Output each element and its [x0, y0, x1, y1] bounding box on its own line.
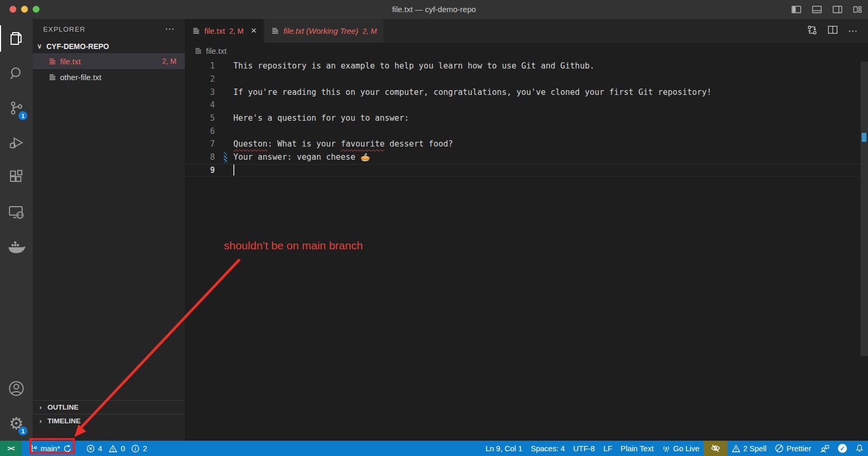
accounts-icon[interactable] [0, 371, 33, 406]
source-control-badge: 1 [18, 111, 27, 120]
extension-status-item[interactable]: ✓ [834, 441, 851, 456]
feedback-item[interactable] [815, 441, 834, 456]
code-line-2[interactable]: 2 [185, 73, 861, 86]
feedback-smiley-icon [820, 444, 830, 453]
code-line-8[interactable]: 8Your answer: vegan cheese 🥧 [185, 151, 861, 164]
scrollbar-thumb[interactable] [861, 62, 868, 356]
file-name: other-file.txt [60, 73, 101, 82]
close-tab-icon[interactable]: × [251, 25, 257, 36]
broadcast-icon [662, 444, 670, 453]
line-text: This repository is an example to help yo… [215, 61, 595, 71]
editor-scrollbar[interactable] [861, 59, 868, 441]
line-text: Queston: What is your favourite dessert … [215, 139, 453, 149]
explorer-sidebar: EXPLORER ⋯ ∨ CYF-DEMO-REPO file.txt 2, M… [33, 19, 185, 441]
sidebar-title: EXPLORER [43, 25, 85, 33]
code-line-9[interactable]: 9 [185, 164, 861, 177]
errors-icon [86, 444, 95, 453]
source-control-icon[interactable]: 1 [0, 91, 33, 125]
line-number[interactable]: 9 [185, 166, 215, 175]
spell-checker-item[interactable]: 2 Spell [727, 441, 771, 456]
search-icon[interactable] [0, 56, 33, 91]
language-mode-item[interactable]: Plain Text [616, 441, 658, 456]
notifications-item[interactable] [851, 441, 868, 456]
explorer-icon[interactable] [0, 21, 33, 56]
line-number[interactable]: 2 [185, 74, 215, 84]
info-count: 2 [143, 444, 147, 453]
file-row-file-txt[interactable]: file.txt 2, M [33, 53, 185, 69]
error-count: 4 [98, 444, 102, 453]
check-circle-icon: ✓ [838, 444, 847, 453]
line-number[interactable]: 5 [185, 113, 215, 123]
warnings-icon [108, 444, 117, 453]
title-bar: file.txt — cyf-demo-repo [0, 0, 868, 19]
remote-indicator[interactable]: >< [0, 441, 22, 456]
code-line-3[interactable]: 3If you're reading this on your computer… [185, 85, 861, 99]
line-number[interactable]: 1 [185, 61, 215, 71]
chevron-down-icon: ∨ [36, 42, 43, 50]
outline-section-header[interactable]: › OUTLINE [33, 400, 185, 414]
line-number[interactable]: 4 [185, 100, 215, 110]
text-file-icon [192, 27, 200, 35]
code-line-1[interactable]: 1This repository is an example to help y… [185, 60, 861, 73]
editor-group: file.txt 2, M × file.txt (Working Tree) … [185, 19, 868, 441]
timeline-section-header[interactable]: › TIMELINE [33, 414, 185, 428]
remote-explorer-icon[interactable] [0, 195, 33, 230]
docker-icon[interactable] [0, 230, 33, 265]
toggle-panel-icon[interactable] [812, 6, 822, 13]
run-debug-icon[interactable] [0, 125, 33, 160]
line-text: Your answer: vegan cheese 🥧 [215, 152, 370, 162]
text-file-icon [48, 57, 56, 65]
tab-label: file.txt (Working Tree) [283, 26, 358, 35]
tab-file-txt-working-tree[interactable]: file.txt (Working Tree) 2, M [264, 19, 383, 43]
code-line-7[interactable]: 7Queston: What is your favourite dessert… [185, 138, 861, 151]
open-changes-icon[interactable] [807, 25, 817, 37]
tab-file-txt[interactable]: file.txt 2, M × [185, 19, 263, 43]
text-file-icon [48, 73, 56, 81]
line-number[interactable]: 6 [185, 127, 215, 136]
annotation-rectangle [29, 438, 75, 454]
settings-gear-icon[interactable]: ⚙ 1 [0, 406, 33, 441]
chevron-right-icon: › [37, 403, 44, 411]
indentation-item[interactable]: Spaces: 4 [527, 441, 569, 456]
text-file-icon [194, 47, 202, 55]
workspace-name: CYF-DEMO-REPO [46, 42, 109, 51]
code-line-5[interactable]: 5Here's a question for you to answer: [185, 112, 861, 125]
line-number[interactable]: 8 [185, 152, 215, 162]
warning-count: 0 [121, 444, 125, 453]
line-text: If you're reading this on your computer,… [215, 88, 712, 97]
activity-bar: 1 ⚙ 1 [0, 19, 33, 441]
toggle-primary-sidebar-icon[interactable] [792, 6, 801, 13]
cursor-position-item[interactable]: Ln 9, Col 1 [481, 441, 527, 456]
file-problems-badge: 2, M [162, 57, 176, 65]
workspace-section-header[interactable]: ∨ CYF-DEMO-REPO [33, 39, 185, 53]
bell-icon [855, 444, 864, 453]
watcher-disabled-item[interactable] [704, 441, 727, 456]
text-cursor [233, 164, 234, 176]
breadcrumb-file[interactable]: file.txt [206, 46, 226, 55]
prettier-disabled-icon [775, 444, 784, 453]
eol-item[interactable]: LF [599, 441, 616, 456]
chevron-right-icon: › [37, 417, 44, 425]
code-line-4[interactable]: 4 [185, 99, 861, 112]
encoding-item[interactable]: UTF-8 [569, 441, 599, 456]
tab-bar: file.txt 2, M × file.txt (Working Tree) … [185, 19, 868, 43]
settings-badge: 1 [18, 426, 27, 435]
vscode-window: file.txt — cyf-demo-repo [0, 0, 868, 456]
overview-ruler-modified-mark [862, 133, 866, 142]
file-row-other-file-txt[interactable]: other-file.txt [33, 69, 185, 85]
prettier-item[interactable]: Prettier [771, 441, 815, 456]
line-number[interactable]: 3 [185, 88, 215, 97]
info-icon [131, 444, 140, 453]
customize-layout-icon[interactable] [853, 6, 862, 13]
extensions-icon[interactable] [0, 160, 33, 195]
toggle-secondary-sidebar-icon[interactable] [833, 6, 842, 13]
code-line-6[interactable]: 6 [185, 124, 861, 138]
editor-more-actions-icon[interactable]: ⋯ [848, 25, 859, 37]
problems-item[interactable]: 4 0 2 [76, 441, 154, 456]
status-bar: >< main* 4 0 2 Ln 9, Col 1 Spaces: 4 UTF… [0, 441, 868, 456]
split-editor-icon[interactable] [828, 26, 837, 36]
breadcrumb[interactable]: file.txt [185, 43, 868, 59]
line-number[interactable]: 7 [185, 139, 215, 149]
explorer-more-actions-icon[interactable]: ⋯ [165, 23, 175, 35]
go-live-item[interactable]: Go Live [658, 441, 704, 456]
